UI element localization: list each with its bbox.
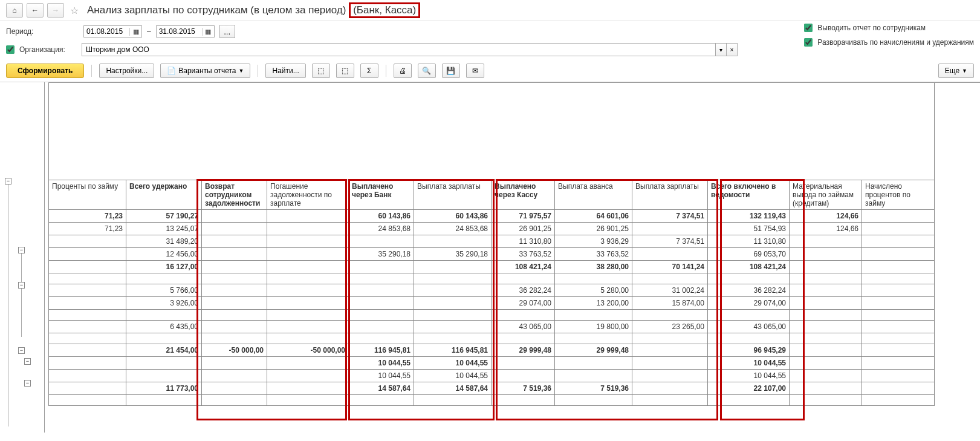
preview-button[interactable]: 🔍 <box>418 64 436 78</box>
favorite-icon[interactable]: ☆ <box>70 5 79 16</box>
table-row: 10 044,5510 044,5510 044,55 <box>49 356 935 369</box>
find-button[interactable]: Найти... <box>265 64 305 78</box>
table-row <box>49 273 935 284</box>
page-title-suffix: (Банк, Касса) <box>349 2 420 18</box>
home-button[interactable]: ⌂ <box>6 3 23 18</box>
table-row: 31 489,2011 310,803 936,297 374,5111 310… <box>49 235 935 247</box>
org-checkbox[interactable] <box>6 45 15 54</box>
generate-button[interactable]: Сформировать <box>6 64 84 78</box>
table-row: 16 127,00108 421,2438 280,0070 141,24108… <box>49 260 935 273</box>
variants-button[interactable]: 📄Варианты отчета ▼ <box>160 64 250 78</box>
column-header: Материальная выгода по займам (кредитам) <box>790 180 862 209</box>
org-label: Организация: <box>19 45 77 54</box>
date-to-wrap[interactable]: ▦ <box>156 25 215 38</box>
column-header: Погашение задолженности по зарплате <box>267 180 349 209</box>
table-row <box>49 333 935 344</box>
table-row <box>49 309 935 320</box>
table-row: 3 926,0029 074,0013 200,0015 874,0029 07… <box>49 296 935 309</box>
date-separator: – <box>147 27 151 36</box>
expander[interactable]: − <box>18 347 25 354</box>
table-row: 21 454,00-50 000,00-50 000,00116 945,811… <box>49 344 935 356</box>
report-table: Проценты по займуВсего удержаноВозврат с… <box>48 83 935 406</box>
table-row: 11 773,0014 587,6414 587,647 519,367 519… <box>49 382 935 394</box>
save-button[interactable]: 💾 <box>442 64 460 78</box>
forward-button[interactable]: → <box>47 3 64 18</box>
table-row: 71,2357 190,2760 143,8660 143,8671 975,5… <box>49 209 935 222</box>
expander[interactable]: − <box>5 178 11 185</box>
calendar-icon[interactable]: ▦ <box>202 28 214 36</box>
more-button[interactable]: Еще ▼ <box>938 64 974 78</box>
column-header: Выплата зарплаты <box>632 180 708 209</box>
column-header: Выплачено через Банк <box>349 180 414 209</box>
column-header: Выплачено через Кассу <box>492 180 555 209</box>
column-header: Возврат сотрудником задолженности <box>202 180 267 209</box>
back-button[interactable]: ← <box>27 3 44 18</box>
column-header: Проценты по займу <box>49 180 126 209</box>
opt-expand-checkbox[interactable] <box>804 38 813 47</box>
email-button[interactable]: ✉ <box>466 64 484 78</box>
date-from-wrap[interactable]: ▦ <box>83 25 142 38</box>
date-from-input[interactable] <box>84 26 129 37</box>
tree-outline: − − − − − − <box>2 82 45 433</box>
org-input[interactable] <box>82 43 716 56</box>
expander[interactable]: − <box>18 247 25 253</box>
table-row: 12 456,0035 290,1835 290,1833 763,5233 7… <box>49 247 935 260</box>
column-header: Выплата зарплаты <box>414 180 492 209</box>
column-header: Начислено процентов по займу <box>862 180 935 209</box>
column-header: Всего удержано <box>126 180 202 209</box>
print-button[interactable]: 🖨 <box>394 64 412 78</box>
table-row: 6 435,0043 065,0019 800,0023 265,0043 06… <box>49 320 935 333</box>
collapse-all-button[interactable]: ⬚ <box>336 64 354 78</box>
expander[interactable]: − <box>24 358 31 365</box>
settings-button[interactable]: Настройки... <box>99 64 154 78</box>
column-header: Всего включено в ведомости <box>708 180 790 209</box>
expand-all-button[interactable]: ⬚ <box>312 64 330 78</box>
table-row: 10 044,5510 044,5510 044,55 <box>49 369 935 382</box>
period-label: Период: <box>6 27 79 36</box>
opt-employees-label: Выводить отчет по сотрудникам <box>817 24 926 32</box>
table-row <box>49 394 935 405</box>
column-header: Выплата аванса <box>555 180 632 209</box>
opt-employees-checkbox[interactable] <box>804 24 813 32</box>
table-row: 71,2313 245,0724 853,6824 853,6826 901,2… <box>49 222 935 235</box>
opt-expand-label: Разворачивать по начислениям и удержания… <box>817 38 974 47</box>
expander[interactable]: − <box>24 380 31 387</box>
page-title: Анализ зарплаты по сотрудникам (в целом … <box>87 4 346 16</box>
sum-button[interactable]: Σ <box>360 64 378 78</box>
expander[interactable]: − <box>18 282 25 289</box>
org-clear-button[interactable]: × <box>727 43 738 56</box>
period-picker-button[interactable]: ... <box>219 25 235 38</box>
calendar-icon[interactable]: ▦ <box>129 28 141 36</box>
org-dropdown-button[interactable]: ▾ <box>716 43 727 56</box>
table-row: 5 766,0036 282,245 280,0031 002,2436 282… <box>49 284 935 296</box>
date-to-input[interactable] <box>157 26 202 37</box>
